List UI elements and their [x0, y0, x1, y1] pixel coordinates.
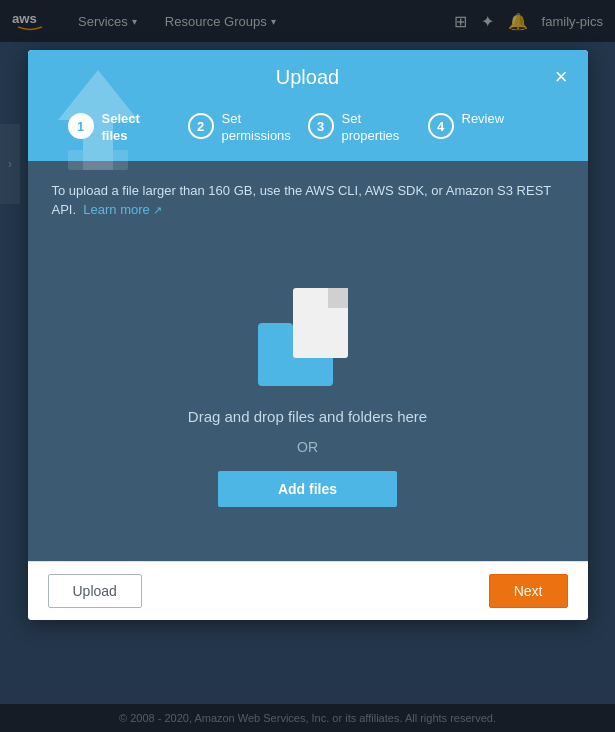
step-1[interactable]: 1 Selectfiles	[68, 111, 188, 145]
step-3-label: Setproperties	[342, 111, 400, 145]
drag-drop-area[interactable]: Drag and drop files and folders here OR …	[52, 244, 564, 541]
upload-modal: Upload × 1 Selectfiles 2 Setpermissions …	[28, 50, 588, 620]
step-4-label: Review	[462, 111, 505, 128]
learn-more-link[interactable]: Learn more	[83, 202, 149, 217]
drag-drop-text: Drag and drop files and folders here	[188, 408, 427, 425]
file-icons-illustration	[248, 278, 368, 388]
step-2-circle: 2	[188, 113, 214, 139]
modal-footer: Upload Next	[28, 561, 588, 620]
or-divider: OR	[297, 439, 318, 455]
external-link-icon: ↗	[153, 204, 162, 216]
file-icon	[293, 288, 358, 368]
step-3[interactable]: 3 Setproperties	[308, 111, 428, 145]
step-1-circle: 1	[68, 113, 94, 139]
modal-header-top: Upload ×	[48, 66, 568, 89]
step-3-circle: 3	[308, 113, 334, 139]
step-1-label: Selectfiles	[102, 111, 140, 145]
steps-bar: 1 Selectfiles 2 Setpermissions 3 Setprop…	[48, 101, 568, 161]
next-button[interactable]: Next	[489, 574, 568, 608]
modal-close-button[interactable]: ×	[555, 66, 568, 88]
modal-title: Upload	[276, 66, 339, 89]
step-4[interactable]: 4 Review	[428, 111, 548, 139]
modal-body: To upload a file larger than 160 GB, use…	[28, 161, 588, 561]
modal-overlay: Upload × 1 Selectfiles 2 Setpermissions …	[0, 0, 615, 732]
step-4-circle: 4	[428, 113, 454, 139]
svg-rect-4	[258, 323, 293, 337]
step-2-label: Setpermissions	[222, 111, 291, 145]
add-files-button[interactable]: Add files	[218, 471, 397, 507]
info-text: To upload a file larger than 160 GB, use…	[52, 181, 564, 220]
modal-header: Upload × 1 Selectfiles 2 Setpermissions …	[28, 50, 588, 161]
svg-rect-7	[328, 288, 348, 308]
upload-button[interactable]: Upload	[48, 574, 142, 608]
step-2[interactable]: 2 Setpermissions	[188, 111, 308, 145]
